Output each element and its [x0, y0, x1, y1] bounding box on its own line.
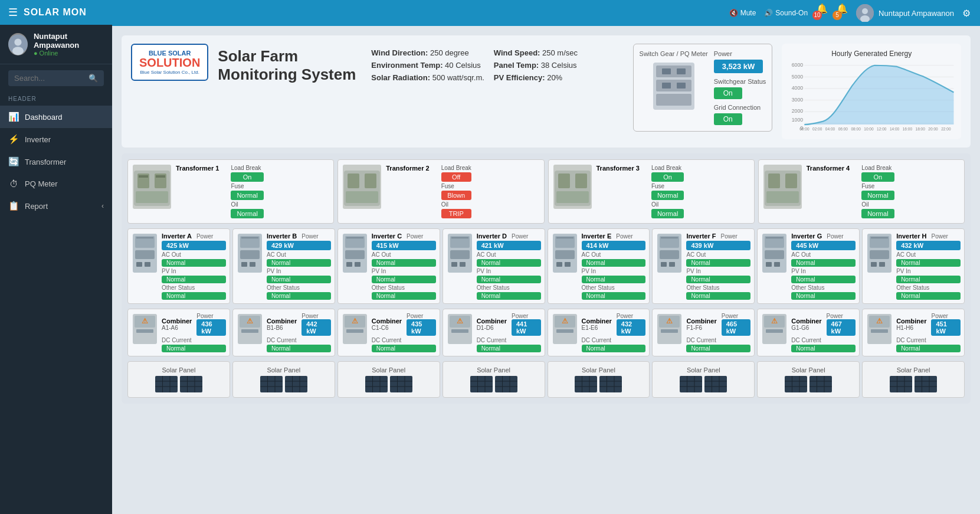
- trans-1-oil-status: Normal: [231, 209, 263, 218]
- inverter-image: [761, 233, 788, 274]
- svg-text:04:00: 04:00: [825, 127, 835, 131]
- inverter-image: [866, 233, 893, 274]
- solar-panel-image-right: [180, 376, 202, 392]
- inverter-image: [342, 233, 368, 274]
- trans-2-name: Transformer 2: [386, 165, 429, 172]
- trans-2-oil-label: Oil: [441, 201, 471, 208]
- svg-rect-86: [556, 237, 573, 238]
- search-box[interactable]: 🔍: [8, 70, 104, 86]
- svg-text:6000: 6000: [792, 62, 804, 68]
- hamburger-icon[interactable]: ☰: [8, 6, 18, 19]
- alert-bell[interactable]: 🔔 5: [836, 3, 848, 24]
- svg-rect-212: [915, 376, 937, 392]
- svg-rect-52: [556, 191, 589, 203]
- svg-rect-103: [879, 262, 885, 267]
- search-area: 🔍: [0, 64, 112, 92]
- sidebar-item-dashboard[interactable]: 📊 Dashboard: [0, 106, 112, 128]
- solar-panel-image-left: [260, 376, 283, 392]
- panel-temp: Panel Temp: 38 Celsius: [494, 61, 578, 70]
- mute-button[interactable]: 🔇 Mute: [729, 9, 756, 17]
- topbar-avatar: [856, 4, 874, 22]
- user-info: Nuntaput Ampawanon ● Online: [34, 32, 104, 57]
- solar-radiation: Solar Radiation: 500 watt/sqr.m.: [371, 73, 484, 82]
- trans-4-lb-label: Load Break: [861, 165, 894, 171]
- svg-rect-172: [495, 376, 517, 392]
- trans-4-oil-status: Normal: [861, 209, 894, 218]
- switchgear-image-area: Switch Gear / PQ Meter: [640, 50, 708, 113]
- transformer-1-card: Transformer 1 Load Break On Fuse Normal …: [127, 159, 334, 224]
- inverter-info: Inverter H Power 432 kW AC Out Normal PV…: [896, 233, 961, 300]
- solar-panel-2: Solar Panel: [232, 361, 335, 398]
- svg-text:12:00: 12:00: [877, 127, 887, 131]
- trans-4-fuse-label: Fuse: [861, 183, 894, 189]
- svg-rect-56: [766, 191, 799, 203]
- grid-value: On: [714, 113, 742, 125]
- svg-text:⚠: ⚠: [246, 317, 253, 325]
- notif-count-badge: 10: [812, 11, 822, 20]
- settings-icon[interactable]: ⚙: [962, 8, 971, 19]
- combiner-image: ⚠: [447, 313, 473, 345]
- trans-3-fuse-status: Normal: [651, 191, 684, 200]
- search-input[interactable]: [14, 74, 89, 83]
- svg-text:20:00: 20:00: [929, 127, 939, 131]
- svg-rect-123: [556, 329, 573, 333]
- user-status: ● Online: [34, 50, 104, 57]
- svg-text:⚠: ⚠: [561, 317, 568, 325]
- svg-rect-13: [677, 83, 686, 89]
- solar-panel-image-right: [599, 376, 622, 392]
- svg-rect-137: [155, 376, 178, 392]
- chart-title: Hourly Generated Energy: [788, 50, 955, 58]
- svg-rect-48: [346, 191, 378, 203]
- svg-point-4: [862, 8, 868, 14]
- svg-text:08:00: 08:00: [851, 127, 861, 131]
- svg-rect-71: [345, 250, 365, 259]
- svg-rect-101: [870, 250, 889, 259]
- inverter-B-card: Inverter B Power 429 kW AC Out Normal PV…: [232, 228, 335, 304]
- combiner-image: ⚠: [656, 313, 683, 345]
- sidebar-item-inverter[interactable]: ⚡ Inverter: [0, 128, 112, 150]
- trans-1-fuse-status: Normal: [231, 191, 263, 200]
- trans-2-fuse-label: Fuse: [441, 183, 471, 189]
- inverter-image: [132, 233, 158, 274]
- sound-button[interactable]: 🔊 Sound-On: [764, 9, 808, 17]
- combiner-info: Combiner F1-F6 Power 465 kW DC Current N…: [686, 313, 750, 352]
- svg-rect-60: [136, 262, 142, 267]
- inverter-info: Inverter F Power 439 kW AC Out Normal PV…: [686, 233, 750, 300]
- svg-rect-7: [656, 66, 691, 77]
- trans-3-oil-status: Normal: [651, 209, 684, 218]
- solar-panel-image-left: [785, 376, 807, 392]
- svg-text:1000: 1000: [792, 117, 804, 123]
- inverter-D-card: Inverter D Power 421 kW AC Out Normal PV…: [443, 228, 545, 304]
- inverter-A-card: Inverter A Power 425 kW AC Out Normal PV…: [127, 228, 230, 304]
- svg-rect-47: [365, 173, 376, 188]
- trans-4-fuse-status: Normal: [861, 191, 894, 200]
- inverter-info: Inverter B Power 429 kW AC Out Normal PV…: [267, 233, 331, 300]
- svg-rect-44: [136, 191, 168, 203]
- solar-panel-image-right: [915, 376, 937, 392]
- combiner-A1-A6-card: ⚠ Combiner A1-A6 Power 436 kW DC Current…: [127, 309, 230, 356]
- svg-text:⚠: ⚠: [351, 317, 358, 325]
- notification-bell[interactable]: 🔔 10: [816, 3, 828, 24]
- transformer-2-info: Transformer 2 Load Break Off Fuse Blown …: [386, 165, 471, 218]
- svg-text:18:00: 18:00: [916, 127, 926, 131]
- combiner-info: Combiner B1-B6 Power 442 kW DC Current N…: [267, 313, 331, 352]
- combiner-C1-C6-card: ⚠ Combiner C1-C6 Power 435 kW DC Current…: [337, 309, 440, 356]
- sidebar-item-report[interactable]: 📋 Report ‹: [0, 195, 112, 217]
- combiner-image: ⚠: [866, 313, 893, 345]
- user-area: Nuntaput Ampawanon ● Online: [0, 25, 112, 64]
- svg-rect-197: [785, 376, 807, 392]
- svg-rect-72: [346, 262, 352, 267]
- sidebar-label-report: Report: [25, 202, 48, 211]
- sidebar: ☰ SOLAR MON Nuntaput Ampawanon ● Online …: [0, 0, 112, 514]
- inverter-image: [552, 233, 578, 274]
- sidebar-label-transformer: Transformer: [25, 158, 66, 166]
- svg-rect-182: [599, 376, 622, 392]
- inverter-image: [447, 233, 473, 274]
- svg-text:22:00: 22:00: [942, 127, 952, 131]
- sidebar-item-pqmeter[interactable]: ⏱ PQ Meter: [0, 173, 112, 195]
- env-info: Wind Direction: 250 degree Environment T…: [371, 48, 484, 82]
- transformer-2-image: [343, 165, 381, 209]
- env-info-right: Wind Speed: 250 m/sec Panel Temp: 38 Cel…: [494, 48, 578, 82]
- trans-3-name: Transformer 3: [596, 165, 640, 172]
- sidebar-item-transformer[interactable]: 🔄 Transformer: [0, 150, 112, 173]
